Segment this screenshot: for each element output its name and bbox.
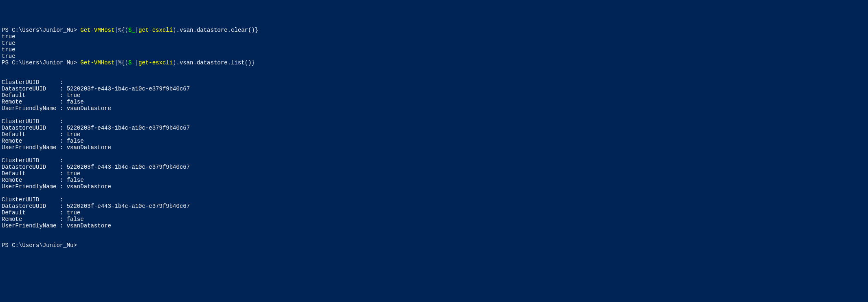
property-value: true	[67, 92, 81, 99]
property-label: Remote :	[2, 99, 63, 105]
blank-line	[2, 229, 866, 236]
blank-line	[2, 112, 866, 118]
property-row: Default : true	[2, 209, 866, 216]
method-call-list: .vsan.datastore.list()}	[176, 60, 255, 66]
pipe-open: |%{(	[114, 60, 128, 66]
property-row: Default : true	[2, 92, 866, 99]
property-row: DatastoreUUID : 5220203f-e443-1b4c-a10c-…	[2, 164, 866, 170]
property-label: DatastoreUUID :	[2, 86, 63, 92]
property-value: false	[67, 216, 84, 223]
property-label: Remote :	[2, 138, 63, 144]
property-row: DatastoreUUID : 5220203f-e443-1b4c-a10c-…	[2, 86, 866, 92]
property-value: 5220203f-e443-1b4c-a10c-e379f9b40c67	[67, 86, 190, 92]
blank-line	[2, 236, 866, 242]
property-value: vsanDatastore	[67, 144, 111, 151]
property-label: Default :	[2, 131, 63, 138]
datastore-block: ClusterUUID : DatastoreUUID : 5220203f-e…	[2, 196, 866, 229]
property-label: DatastoreUUID :	[2, 203, 63, 209]
property-label: ClusterUUID :	[2, 196, 63, 203]
property-row: ClusterUUID :	[2, 118, 866, 125]
blank-line	[2, 73, 866, 79]
prompt-prefix: PS C:\Users\Junior_Mu>	[2, 60, 80, 66]
datastore-block: ClusterUUID : DatastoreUUID : 5220203f-e…	[2, 118, 866, 151]
close-paren: )	[173, 60, 176, 66]
property-label: DatastoreUUID :	[2, 125, 63, 131]
close-paren: )	[173, 27, 176, 33]
property-row: Remote : false	[2, 99, 866, 105]
blank-line	[2, 190, 866, 196]
cmdlet-get-vmhost: Get-VMHost	[80, 27, 114, 33]
property-label: Remote :	[2, 216, 63, 223]
datastore-block: ClusterUUID : DatastoreUUID : 5220203f-e…	[2, 157, 866, 190]
property-value: vsanDatastore	[67, 105, 111, 112]
property-value: true	[67, 170, 81, 177]
property-label: Default :	[2, 209, 63, 216]
property-label: ClusterUUID :	[2, 79, 63, 86]
command-line-2: PS C:\Users\Junior_Mu> Get-VMHost|%{($_|…	[2, 60, 866, 66]
output-line: true	[2, 46, 866, 53]
property-label: DatastoreUUID :	[2, 164, 63, 170]
datastore-block: ClusterUUID : DatastoreUUID : 5220203f-e…	[2, 79, 866, 112]
blank-line	[2, 151, 866, 157]
property-row: DatastoreUUID : 5220203f-e443-1b4c-a10c-…	[2, 203, 866, 209]
property-value: false	[67, 138, 84, 144]
dollar-underscore: $_	[128, 60, 135, 66]
output-line: true	[2, 53, 866, 60]
property-row: UserFriendlyName : vsanDatastore	[2, 105, 866, 112]
method-call-clear: .vsan.datastore.clear()}	[176, 27, 259, 33]
property-value: true	[67, 209, 81, 216]
property-label: ClusterUUID :	[2, 118, 63, 125]
property-value: true	[67, 131, 81, 138]
property-row: Remote : false	[2, 138, 866, 144]
cmdlet-get-esxcli: get-esxcli	[138, 27, 173, 33]
property-row: DatastoreUUID : 5220203f-e443-1b4c-a10c-…	[2, 125, 866, 131]
terminal-content[interactable]: PS C:\Users\Junior_Mu> Get-VMHost|%{($_|…	[2, 27, 866, 249]
property-label: UserFriendlyName :	[2, 183, 63, 190]
property-value: false	[67, 99, 84, 105]
blank-line	[2, 66, 866, 73]
property-value: vsanDatastore	[67, 223, 111, 229]
pipe-open: |%{(	[114, 27, 128, 33]
property-label: UserFriendlyName :	[2, 144, 63, 151]
property-value: 5220203f-e443-1b4c-a10c-e379f9b40c67	[67, 203, 190, 209]
output-line: true	[2, 40, 866, 46]
property-label: UserFriendlyName :	[2, 223, 63, 229]
output-line: true	[2, 33, 866, 40]
property-row: Default : true	[2, 131, 866, 138]
property-row: Remote : false	[2, 216, 866, 223]
property-value: 5220203f-e443-1b4c-a10c-e379f9b40c67	[67, 164, 190, 170]
command-line-3[interactable]: PS C:\Users\Junior_Mu>	[2, 242, 866, 249]
property-value: vsanDatastore	[67, 183, 111, 190]
pipe-mid: |	[135, 60, 138, 66]
property-row: UserFriendlyName : vsanDatastore	[2, 144, 866, 151]
prompt-prefix: PS C:\Users\Junior_Mu>	[2, 27, 80, 33]
property-value: false	[67, 177, 84, 183]
property-row: ClusterUUID :	[2, 157, 866, 164]
property-row: UserFriendlyName : vsanDatastore	[2, 223, 866, 229]
property-label: Default :	[2, 170, 63, 177]
property-row: ClusterUUID :	[2, 196, 866, 203]
property-row: ClusterUUID :	[2, 79, 866, 86]
property-label: ClusterUUID :	[2, 157, 63, 164]
dollar-underscore: $_	[128, 27, 135, 33]
property-row: Remote : false	[2, 177, 866, 183]
property-row: UserFriendlyName : vsanDatastore	[2, 183, 866, 190]
pipe-mid: |	[135, 27, 138, 33]
property-label: Remote :	[2, 177, 63, 183]
property-label: UserFriendlyName :	[2, 105, 63, 112]
command-line-1: PS C:\Users\Junior_Mu> Get-VMHost|%{($_|…	[2, 27, 866, 33]
cmdlet-get-esxcli: get-esxcli	[138, 60, 173, 66]
property-label: Default :	[2, 92, 63, 99]
property-row: Default : true	[2, 170, 866, 177]
cmdlet-get-vmhost: Get-VMHost	[80, 60, 114, 66]
prompt-prefix: PS C:\Users\Junior_Mu>	[2, 242, 80, 249]
property-value: 5220203f-e443-1b4c-a10c-e379f9b40c67	[67, 125, 190, 131]
